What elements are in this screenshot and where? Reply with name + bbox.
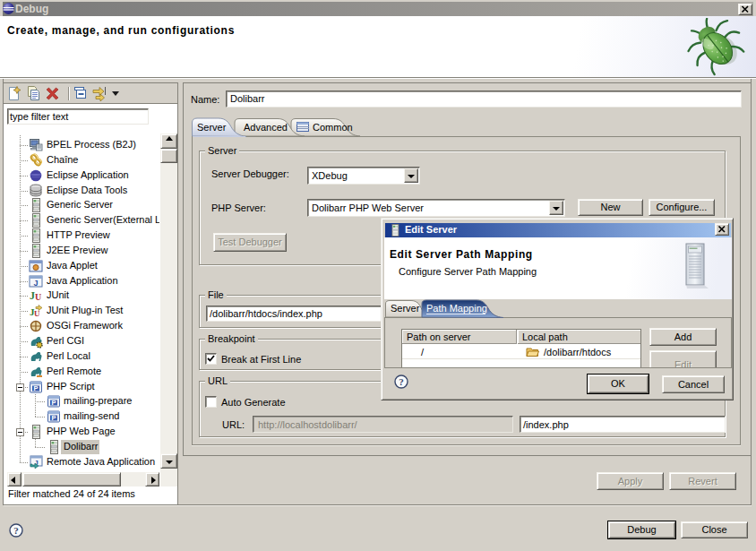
svg-text:P: P bbox=[51, 414, 56, 422]
svg-text:Server: Server bbox=[391, 303, 420, 314]
svg-text:P: P bbox=[33, 384, 38, 392]
svg-text:U: U bbox=[35, 292, 41, 302]
svg-text:P: P bbox=[51, 399, 56, 407]
svg-text:Path Mapping: Path Mapping bbox=[426, 303, 487, 314]
svg-text:?: ? bbox=[13, 525, 19, 536]
svg-text:Server: Server bbox=[197, 122, 227, 133]
svg-text:U: U bbox=[34, 309, 40, 318]
svg-text:Advanced: Advanced bbox=[244, 122, 288, 133]
svg-text:Common: Common bbox=[313, 122, 353, 133]
svg-text:J: J bbox=[33, 279, 38, 288]
svg-text:?: ? bbox=[399, 376, 404, 387]
